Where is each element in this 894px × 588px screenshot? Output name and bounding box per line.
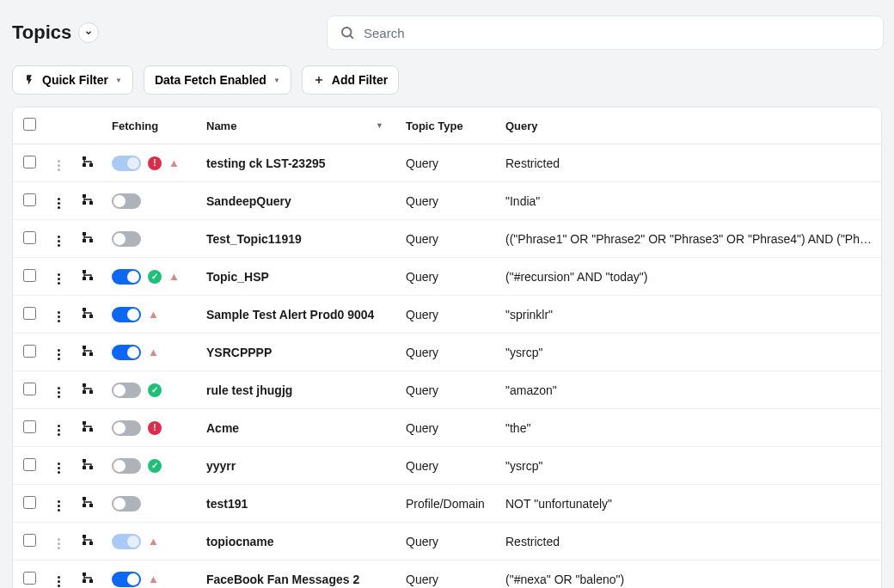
filters-bar: Quick Filter ▼ Data Fetch Enabled ▼ Add … (0, 58, 894, 107)
fetch-toggle[interactable] (112, 269, 141, 285)
fetch-toggle[interactable] (112, 496, 141, 511)
status-ok-icon: ✓ (148, 270, 162, 284)
fetch-toggle[interactable] (112, 231, 141, 247)
svg-rect-23 (89, 390, 93, 394)
title-wrap: Topics (12, 21, 99, 44)
topic-name-cell[interactable]: topiocname (198, 523, 397, 560)
row-checkbox[interactable] (23, 534, 36, 547)
column-header-topic-type[interactable]: Topic Type (397, 107, 497, 144)
row-menu-button[interactable] (54, 573, 64, 588)
fetch-toggle[interactable] (112, 383, 141, 398)
row-checkbox[interactable] (23, 458, 36, 471)
topic-name-cell[interactable]: testing ck LST-23295 (198, 144, 397, 182)
fetch-toggle[interactable] (112, 156, 141, 171)
row-checkbox[interactable] (23, 231, 36, 244)
topic-name-cell[interactable]: YSRCPPPP (198, 334, 397, 371)
row-menu-button[interactable] (54, 421, 64, 439)
row-menu-button[interactable] (54, 383, 64, 401)
svg-rect-15 (83, 277, 86, 280)
row-checkbox[interactable] (23, 345, 36, 358)
table-row: ▲YSRCPPPPQuery"ysrcp" (13, 334, 881, 371)
fetch-toggle[interactable] (112, 458, 141, 474)
add-filter-button[interactable]: Add Filter (302, 65, 399, 95)
topic-name-cell[interactable]: rule test jhugjg (198, 371, 397, 409)
svg-rect-37 (83, 573, 86, 576)
table-row: ▲Sample Test Alert Prod0 9004Query"sprin… (13, 296, 881, 334)
column-header-name[interactable]: Name ▼ (198, 107, 397, 144)
svg-rect-34 (83, 535, 86, 538)
row-menu-button[interactable] (54, 308, 64, 326)
topic-query-cell: (("Phrase1" OR "Phrase2" OR "Phrase3" OR… (497, 220, 881, 258)
data-fetch-filter-button[interactable]: Data Fetch Enabled ▼ (144, 65, 291, 95)
row-checkbox[interactable] (23, 420, 36, 433)
table-row: ✓yyyrrQuery"ysrcp" (13, 447, 881, 485)
quick-filter-button[interactable]: Quick Filter ▼ (12, 65, 133, 95)
table-row: test191Profile/DomainNOT "unfortunately" (13, 485, 881, 523)
topic-name-cell[interactable]: Sample Test Alert Prod0 9004 (198, 296, 397, 334)
header: Topics (0, 0, 894, 58)
topic-type-cell: Query (397, 258, 497, 296)
row-menu-button[interactable] (54, 232, 64, 250)
column-header-query[interactable]: Query (497, 107, 881, 144)
topic-name-cell[interactable]: test191 (198, 485, 397, 523)
topic-type-cell: Query (397, 523, 497, 560)
svg-rect-28 (83, 459, 86, 462)
topics-table: Fetching Name ▼ Topic Type Query !▲testi… (12, 107, 882, 588)
search-field[interactable] (327, 15, 884, 50)
chevron-down-icon (84, 28, 93, 37)
quick-filter-label: Quick Filter (42, 73, 108, 87)
topic-query-cell: "India" (497, 182, 881, 220)
topic-type-cell: Query (397, 182, 497, 220)
topic-query-cell: Restricted (497, 144, 881, 182)
column-header-fetching[interactable]: Fetching (103, 107, 198, 144)
row-checkbox[interactable] (23, 383, 36, 395)
topic-name-cell[interactable]: Topic_HSP (198, 258, 397, 296)
table-row: ✓▲Topic_HSPQuery("#recursion" AND "today… (13, 258, 881, 296)
svg-rect-13 (83, 270, 86, 273)
row-checkbox[interactable] (23, 307, 36, 320)
row-checkbox[interactable] (23, 269, 36, 282)
row-menu-button[interactable] (54, 497, 64, 515)
sort-indicator-icon: ▼ (376, 121, 383, 130)
fetch-toggle[interactable] (112, 420, 141, 436)
row-checkbox[interactable] (23, 193, 36, 206)
warning-icon: ▲ (148, 308, 159, 321)
fetch-toggle[interactable] (112, 193, 141, 209)
row-checkbox[interactable] (23, 496, 36, 509)
topic-name-cell[interactable]: SandeepQuery (198, 182, 397, 220)
fetch-toggle[interactable] (112, 534, 141, 549)
svg-rect-18 (83, 315, 86, 318)
fetch-toggle[interactable] (112, 307, 141, 322)
topic-query-cell: "ysrcp" (497, 447, 881, 485)
dropdown-triangle-icon: ▼ (115, 77, 122, 84)
topic-name-cell[interactable]: Acme (198, 409, 397, 447)
row-checkbox[interactable] (23, 572, 36, 585)
title-dropdown-button[interactable] (78, 22, 99, 43)
warning-icon: ▲ (148, 346, 159, 358)
topic-name-cell[interactable]: Test_Topic11919 (198, 220, 397, 258)
topic-name-cell[interactable]: yyyrr (198, 447, 397, 485)
svg-rect-4 (83, 156, 86, 160)
select-all-checkbox[interactable] (23, 118, 36, 131)
row-menu-button[interactable] (54, 270, 64, 288)
row-menu-button[interactable] (54, 346, 64, 364)
row-checkbox[interactable] (23, 156, 36, 168)
fetch-toggle[interactable] (112, 572, 141, 587)
warning-icon: ▲ (168, 156, 180, 169)
hierarchy-icon (81, 193, 95, 206)
topic-type-cell: Query (397, 334, 497, 371)
topic-name-cell[interactable]: FaceBook Fan Messages 2 (198, 560, 397, 589)
row-menu-button[interactable] (54, 156, 64, 175)
fetch-toggle[interactable] (112, 345, 141, 360)
table-row: Test_Topic11919Query(("Phrase1" OR "Phra… (13, 220, 881, 258)
svg-rect-8 (89, 201, 93, 205)
search-input[interactable] (364, 26, 871, 40)
hierarchy-icon (81, 306, 95, 320)
topic-query-cell: Restricted (497, 523, 881, 560)
row-menu-button[interactable] (54, 535, 64, 553)
svg-rect-20 (89, 352, 93, 356)
table-row: ▲FaceBook Fan Messages 2Query("#nexa" OR… (13, 560, 881, 589)
row-menu-button[interactable] (54, 194, 64, 212)
row-menu-button[interactable] (54, 459, 64, 477)
hierarchy-icon (81, 382, 95, 395)
